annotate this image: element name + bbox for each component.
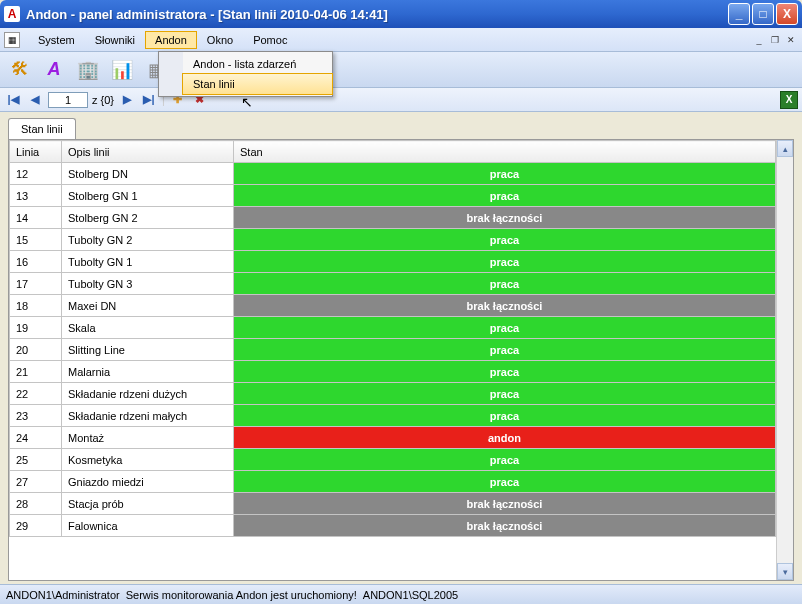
column-header[interactable]: Linia bbox=[10, 141, 62, 163]
cursor-icon: ↖ bbox=[241, 94, 253, 110]
dropdown-item[interactable]: Andon - lista zdarzeń bbox=[183, 54, 332, 74]
tab-stan-linii[interactable]: Stan linii bbox=[8, 118, 76, 139]
table-row[interactable]: 24Montażandon bbox=[10, 427, 776, 449]
status-service-msg: Serwis monitorowania Andon jest uruchomi… bbox=[126, 589, 357, 601]
nav-prev-icon[interactable]: ◀ bbox=[26, 91, 44, 109]
mdi-controls: _ ❐ ✕ bbox=[752, 33, 798, 47]
menu-item-system[interactable]: System bbox=[28, 31, 85, 49]
nav-last-icon[interactable]: ▶| bbox=[140, 91, 158, 109]
cell-linia: 28 bbox=[10, 493, 62, 515]
scroll-down-icon[interactable]: ▾ bbox=[777, 563, 793, 580]
table-row[interactable]: 20Slitting Linepraca bbox=[10, 339, 776, 361]
cell-opis: Falownica bbox=[62, 515, 234, 537]
cell-opis: Slitting Line bbox=[62, 339, 234, 361]
cell-opis: Składanie rdzeni małych bbox=[62, 405, 234, 427]
cell-linia: 29 bbox=[10, 515, 62, 537]
cell-linia: 23 bbox=[10, 405, 62, 427]
cell-opis: Maxei DN bbox=[62, 295, 234, 317]
cell-opis: Kosmetyka bbox=[62, 449, 234, 471]
cell-stan: praca bbox=[234, 449, 776, 471]
table-row[interactable]: 27Gniazdo miedzipraca bbox=[10, 471, 776, 493]
cell-stan: praca bbox=[234, 339, 776, 361]
cell-opis: Skala bbox=[62, 317, 234, 339]
mdi-minimize-icon[interactable]: _ bbox=[752, 33, 766, 47]
minimize-button[interactable]: _ bbox=[728, 3, 750, 25]
table-row[interactable]: 16Tubolty GN 1praca bbox=[10, 251, 776, 273]
cell-opis: Stolberg DN bbox=[62, 163, 234, 185]
status-db: ANDON1\SQL2005 bbox=[363, 589, 458, 601]
table-row[interactable]: 22Składanie rdzeni dużychpraca bbox=[10, 383, 776, 405]
toolbar: 🛠 A 🏢 📊 ▦ bbox=[0, 52, 802, 88]
cell-linia: 25 bbox=[10, 449, 62, 471]
building-icon[interactable]: 🏢 bbox=[74, 56, 102, 84]
cell-stan: praca bbox=[234, 273, 776, 295]
cell-stan: praca bbox=[234, 405, 776, 427]
cell-linia: 17 bbox=[10, 273, 62, 295]
cell-stan: praca bbox=[234, 163, 776, 185]
menu-item-okno[interactable]: Okno bbox=[197, 31, 243, 49]
window-title: Andon - panel administratora - [Stan lin… bbox=[26, 7, 726, 22]
table-row[interactable]: 17Tubolty GN 3praca bbox=[10, 273, 776, 295]
cell-stan: brak łączności bbox=[234, 515, 776, 537]
cell-linia: 20 bbox=[10, 339, 62, 361]
scroll-up-icon[interactable]: ▴ bbox=[777, 140, 793, 157]
window-titlebar: A Andon - panel administratora - [Stan l… bbox=[0, 0, 802, 28]
column-header[interactable]: Stan bbox=[234, 141, 776, 163]
mdi-close-icon[interactable]: ✕ bbox=[784, 33, 798, 47]
cell-opis: Malarnia bbox=[62, 361, 234, 383]
export-excel-icon[interactable]: X bbox=[780, 91, 798, 109]
chart-icon[interactable]: 📊 bbox=[108, 56, 136, 84]
maximize-button[interactable]: □ bbox=[752, 3, 774, 25]
cell-linia: 12 bbox=[10, 163, 62, 185]
nav-next-icon[interactable]: ▶ bbox=[118, 91, 136, 109]
cell-stan: praca bbox=[234, 317, 776, 339]
cell-opis: Tubolty GN 2 bbox=[62, 229, 234, 251]
menu-item-pomoc[interactable]: Pomoc bbox=[243, 31, 297, 49]
cell-opis: Tubolty GN 3 bbox=[62, 273, 234, 295]
table-row[interactable]: 19Skalapraca bbox=[10, 317, 776, 339]
cell-stan: praca bbox=[234, 361, 776, 383]
cell-stan: praca bbox=[234, 185, 776, 207]
column-header[interactable]: Opis linii bbox=[62, 141, 234, 163]
table-row[interactable]: 14Stolberg GN 2brak łączności bbox=[10, 207, 776, 229]
cell-stan: praca bbox=[234, 251, 776, 273]
cell-stan: andon bbox=[234, 427, 776, 449]
nav-first-icon[interactable]: |◀ bbox=[4, 91, 22, 109]
cell-stan: brak łączności bbox=[234, 295, 776, 317]
cell-linia: 16 bbox=[10, 251, 62, 273]
cell-opis: Stolberg GN 1 bbox=[62, 185, 234, 207]
cell-stan: brak łączności bbox=[234, 207, 776, 229]
table-row[interactable]: 25Kosmetykapraca bbox=[10, 449, 776, 471]
cell-linia: 27 bbox=[10, 471, 62, 493]
close-button[interactable]: X bbox=[776, 3, 798, 25]
table-row[interactable]: 12Stolberg DNpraca bbox=[10, 163, 776, 185]
mdi-document-icon[interactable]: ▦ bbox=[4, 32, 20, 48]
table-panel: ▴ ▾ LiniaOpis liniiStan 12Stolberg DNpra… bbox=[8, 139, 794, 581]
cell-linia: 14 bbox=[10, 207, 62, 229]
cell-linia: 18 bbox=[10, 295, 62, 317]
dropdown-item[interactable]: Stan linii bbox=[182, 73, 333, 95]
tools-icon[interactable]: 🛠 bbox=[6, 56, 34, 84]
table-row[interactable]: 18Maxei DNbrak łączności bbox=[10, 295, 776, 317]
cell-linia: 13 bbox=[10, 185, 62, 207]
cell-stan: brak łączności bbox=[234, 493, 776, 515]
menu-item-słowniki[interactable]: Słowniki bbox=[85, 31, 145, 49]
cell-stan: praca bbox=[234, 229, 776, 251]
andon-dropdown-menu: Andon - lista zdarzeńStan linii ↖ bbox=[158, 51, 333, 97]
menu-item-andon[interactable]: Andon bbox=[145, 31, 197, 49]
table-row[interactable]: 23Składanie rdzeni małychpraca bbox=[10, 405, 776, 427]
table-row[interactable]: 15Tubolty GN 2praca bbox=[10, 229, 776, 251]
cell-linia: 22 bbox=[10, 383, 62, 405]
table-row[interactable]: 29Falownicabrak łączności bbox=[10, 515, 776, 537]
table-row[interactable]: 13Stolberg GN 1praca bbox=[10, 185, 776, 207]
cell-opis: Stacja prób bbox=[62, 493, 234, 515]
table-row[interactable]: 21Malarniapraca bbox=[10, 361, 776, 383]
vertical-scrollbar[interactable]: ▴ ▾ bbox=[776, 140, 793, 580]
table-row[interactable]: 28Stacja próbbrak łączności bbox=[10, 493, 776, 515]
cell-linia: 15 bbox=[10, 229, 62, 251]
nav-current-input[interactable] bbox=[48, 92, 88, 108]
record-navigator: |◀ ◀ z {0} ▶ ▶| | ✚ ✖ X bbox=[0, 88, 802, 112]
mdi-restore-icon[interactable]: ❐ bbox=[768, 33, 782, 47]
font-icon[interactable]: A bbox=[40, 56, 68, 84]
lines-table: LiniaOpis liniiStan 12Stolberg DNpraca13… bbox=[9, 140, 776, 537]
